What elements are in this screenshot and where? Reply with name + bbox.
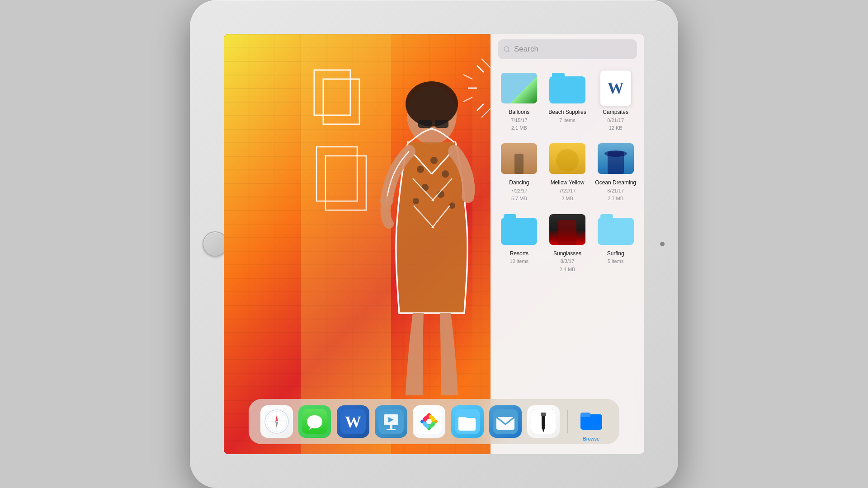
file-icon-dancing [501, 141, 537, 177]
dock-app-keynote[interactable] [375, 405, 407, 438]
file-icon-mellow-yellow [549, 141, 585, 177]
file-name: Surfing [607, 250, 624, 258]
files-panel: Search Balloons 7/15/17 2.1 MB [491, 34, 644, 454]
dock-app-files[interactable] [451, 405, 484, 438]
search-bar[interactable]: Search [498, 39, 637, 59]
file-size: 12 KB [609, 125, 623, 131]
file-item-beach-supplies[interactable]: Beach Supplies 7 items [544, 66, 591, 135]
svg-point-45 [504, 47, 509, 52]
file-item-dancing[interactable]: Dancing 7/22/17 5.7 MB [496, 137, 542, 206]
photos-icon [416, 409, 442, 434]
search-placeholder: Search [514, 45, 538, 54]
file-name: Ocean Dreaming [595, 179, 636, 187]
ipad-frame: Search Balloons 7/15/17 2.1 MB [190, 0, 678, 488]
dock-app-messages[interactable] [298, 405, 331, 438]
word-icon: W [608, 79, 624, 98]
file-icon-surfing [598, 211, 634, 248]
dock-browse[interactable]: Browse [575, 402, 608, 441]
file-meta: 8/21/17 [607, 188, 624, 194]
browse-icon [579, 405, 604, 431]
file-icon-balloons [501, 70, 537, 106]
file-item-surfing[interactable]: Surfing 5 items [592, 208, 639, 277]
file-name: Beach Supplies [548, 109, 586, 116]
word-app-icon: W [340, 409, 366, 434]
file-item-mellow-yellow[interactable]: Mellow Yellow 7/22/17 2 MB [544, 137, 591, 206]
file-meta: 5 items [608, 258, 623, 265]
dock-app-inkist[interactable] [527, 405, 560, 438]
browse-label: Browse [583, 436, 599, 441]
svg-text:W: W [345, 413, 361, 431]
file-name: Resorts [510, 250, 528, 258]
file-size: 2.7 MB [608, 195, 623, 202]
files-grid: Balloons 7/15/17 2.1 MB Beach Supplies [491, 63, 644, 454]
file-meta: 12 items [510, 258, 529, 265]
keynote-icon [378, 409, 404, 434]
file-meta: 7/22/17 [559, 188, 576, 194]
side-dot [660, 242, 665, 246]
dock-app-safari[interactable] [260, 405, 293, 438]
file-item-resorts[interactable]: Resorts 12 items [496, 208, 542, 277]
dock-app-mail[interactable] [489, 405, 522, 438]
dock-separator [567, 410, 568, 433]
dock-app-photos[interactable] [413, 405, 445, 438]
files-app-icon [455, 409, 480, 434]
file-meta: 7/22/17 [511, 188, 528, 194]
file-item-sunglasses[interactable]: Sunglasses 8/3/17 2.4 MB [544, 208, 591, 277]
file-icon-ocean-dreaming [598, 141, 634, 177]
file-size: 5.7 MB [511, 195, 527, 202]
svg-rect-58 [387, 429, 396, 430]
search-icon [503, 46, 510, 53]
dock: W [249, 399, 619, 444]
file-item-campsites[interactable]: W Campsites 8/21/17 12 KB [592, 66, 639, 135]
file-meta: 8/21/17 [607, 117, 624, 124]
file-icon-campsites: W [598, 70, 634, 106]
file-name: Sunglasses [553, 250, 581, 258]
file-icon-beach-supplies [549, 70, 585, 106]
file-meta: 7/15/17 [511, 117, 528, 124]
file-meta: 7 items [559, 117, 575, 124]
messages-icon [302, 409, 327, 434]
file-item-balloons[interactable]: Balloons 7/15/17 2.1 MB [496, 66, 542, 135]
svg-rect-72 [458, 417, 467, 421]
file-name: Dancing [509, 179, 529, 187]
svg-rect-78 [541, 413, 546, 416]
svg-point-69 [426, 419, 432, 424]
ipad-screen: Search Balloons 7/15/17 2.1 MB [224, 34, 644, 454]
safari-icon [264, 409, 289, 434]
svg-rect-81 [580, 413, 590, 417]
file-name: Campsites [603, 109, 628, 116]
file-size: 2 MB [561, 195, 573, 202]
file-name: Balloons [509, 109, 529, 116]
file-name: Mellow Yellow [551, 179, 585, 187]
file-size: 2.4 MB [560, 266, 576, 273]
dock-app-word[interactable]: W [337, 405, 369, 438]
file-item-ocean-dreaming[interactable]: Ocean Dreaming 8/21/17 2.7 MB [592, 137, 639, 206]
file-size: 2.1 MB [511, 125, 527, 131]
file-icon-resorts [501, 211, 537, 248]
mail-icon [493, 409, 518, 434]
browse-icon-wrap [575, 402, 608, 434]
inkist-icon [531, 409, 556, 434]
screen-content: Search Balloons 7/15/17 2.1 MB [224, 34, 644, 454]
file-meta: 8/3/17 [561, 258, 575, 265]
file-icon-sunglasses [549, 211, 585, 248]
